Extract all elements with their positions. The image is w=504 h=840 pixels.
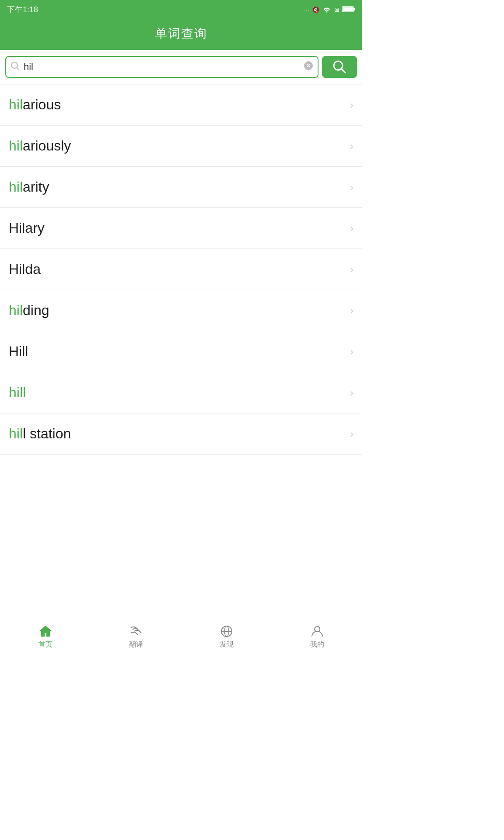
list-item[interactable]: Hill ›	[0, 331, 362, 372]
nav-item-discover[interactable]: 发现	[181, 617, 272, 656]
wifi-icon	[322, 6, 332, 14]
chevron-icon: ›	[350, 428, 354, 440]
bottom-nav: 首页 翻译 发现 我的	[0, 617, 362, 656]
chevron-icon: ›	[350, 222, 354, 234]
discover-icon	[220, 624, 234, 638]
clear-button[interactable]	[304, 61, 313, 73]
list-item[interactable]: hilarity ›	[0, 167, 362, 208]
chevron-icon: ›	[350, 304, 354, 317]
status-bar: 下午1:18 ··· 🔇 ⊠	[0, 0, 362, 19]
list-item[interactable]: hill ›	[0, 372, 362, 413]
profile-icon	[310, 624, 324, 638]
status-icons: ··· 🔇 ⊠	[304, 6, 355, 14]
svg-rect-2	[343, 7, 353, 11]
nav-item-home[interactable]: 首页	[0, 617, 91, 656]
nav-label-translate: 翻译	[129, 640, 143, 649]
list-item[interactable]: hilariously ›	[0, 126, 362, 167]
search-icon-left	[10, 61, 20, 73]
nav-item-profile[interactable]: 我的	[272, 617, 362, 656]
nav-item-translate[interactable]: 翻译	[91, 617, 181, 656]
word-text: hilding	[9, 302, 49, 318]
word-text: hill station	[9, 426, 71, 442]
nav-label-profile: 我的	[310, 640, 324, 649]
svg-point-3	[11, 62, 18, 68]
word-text: hilarious	[9, 97, 61, 113]
list-item[interactable]: hilarious ›	[0, 84, 362, 126]
home-icon	[38, 624, 52, 638]
list-item[interactable]: hilding ›	[0, 290, 362, 331]
search-input[interactable]	[24, 57, 300, 77]
word-text: hill	[9, 385, 26, 401]
svg-line-9	[341, 69, 346, 73]
list-item[interactable]: hill station ›	[0, 413, 362, 455]
status-time: 下午1:18	[7, 4, 38, 15]
word-text: Hilda	[9, 261, 41, 277]
list-item[interactable]: Hilda ›	[0, 249, 362, 290]
chevron-icon: ›	[350, 140, 354, 152]
nav-label-discover: 发现	[220, 640, 234, 649]
chevron-icon: ›	[350, 263, 354, 276]
svg-rect-1	[354, 8, 355, 10]
word-text: Hill	[9, 343, 28, 360]
word-text: Hilary	[9, 220, 45, 236]
chevron-icon: ›	[350, 346, 354, 358]
list-item[interactable]: Hilary ›	[0, 208, 362, 249]
word-list: hilarious › hilariously › hilarity › Hil…	[0, 84, 362, 617]
app-header: 单词查询	[0, 19, 362, 50]
chevron-icon: ›	[350, 99, 354, 111]
chevron-icon: ›	[350, 181, 354, 193]
page-title: 单词查询	[155, 27, 207, 40]
search-input-wrapper	[5, 56, 318, 78]
signal-icon: ···	[304, 6, 309, 13]
nav-label-home: 首页	[38, 640, 52, 649]
word-text: hilarity	[9, 179, 49, 195]
mute-icon: 🔇	[312, 6, 319, 13]
battery-icon	[342, 6, 355, 14]
svg-line-4	[17, 67, 20, 70]
sim-icon: ⊠	[334, 6, 340, 13]
word-text: hilariously	[9, 138, 71, 154]
chevron-icon: ›	[350, 387, 354, 399]
search-button[interactable]	[322, 56, 357, 78]
search-bar-container	[0, 50, 362, 84]
translate-icon	[129, 624, 143, 638]
